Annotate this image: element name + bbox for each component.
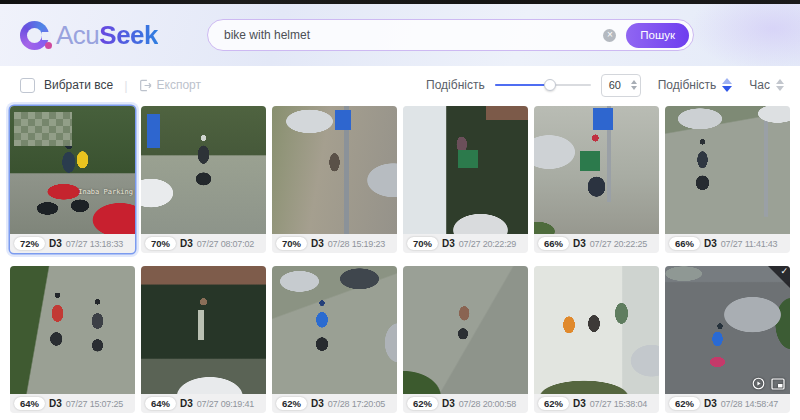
timestamp: 07/27 20:22:25 <box>590 239 647 249</box>
camera-badge: D3 <box>442 398 455 409</box>
result-card[interactable]: ✓ 70% D3 07/27 08:07:02 <box>141 106 266 253</box>
result-card[interactable]: ✓ 64% D3 07/27 09:19:41 <box>141 266 266 413</box>
toolbar-left-group: Вибрати все | Експорт <box>20 78 201 93</box>
timestamp: 07/27 20:22:29 <box>459 239 516 249</box>
similarity-value: 60 <box>609 79 631 91</box>
result-thumbnail[interactable]: ✓ <box>141 266 266 394</box>
result-card[interactable]: ✓ 62% D3 07/28 14:58:47 <box>665 266 790 413</box>
sort-similarity-button[interactable]: Подібність <box>658 78 733 92</box>
similarity-score-badge: 66% <box>669 237 700 250</box>
result-thumbnail[interactable]: ✓ <box>403 266 528 394</box>
similarity-score-badge: 62% <box>538 397 569 410</box>
similarity-value-input[interactable]: 60 <box>601 74 641 97</box>
similarity-score-badge: 66% <box>538 237 569 250</box>
app-window: AcuSeek × Пошук Вибрати все | Експорт <box>0 0 800 420</box>
app-header: AcuSeek × Пошук <box>0 4 800 66</box>
camera-badge: D3 <box>311 398 324 409</box>
camera-badge: D3 <box>704 238 717 249</box>
result-card[interactable]: ✓ 70% D3 07/27 20:22:29 <box>403 106 528 253</box>
result-card[interactable]: ✓ 64% D3 07/27 15:07:25 <box>10 266 135 413</box>
result-card[interactable]: ✓ 62% D3 07/28 20:00:58 <box>403 266 528 413</box>
timestamp: 07/28 20:00:58 <box>459 399 516 409</box>
export-icon <box>139 79 152 92</box>
camera-badge: D3 <box>49 398 62 409</box>
result-thumbnail[interactable]: ✓ <box>141 106 266 234</box>
play-icon[interactable] <box>752 377 765 390</box>
result-card[interactable]: ✓ 62% D3 07/27 15:38:04 <box>534 266 659 413</box>
result-thumbnail[interactable]: ✓ <box>534 106 659 234</box>
app-title: AcuSeek <box>56 20 158 51</box>
camera-badge: D3 <box>180 238 193 249</box>
result-meta: 62% D3 07/28 20:00:58 <box>403 394 528 413</box>
camera-badge: D3 <box>180 398 193 409</box>
sort-time-button[interactable]: Час <box>749 78 784 92</box>
similarity-score-badge: 62% <box>669 397 700 410</box>
camera-badge: D3 <box>704 398 717 409</box>
result-thumbnail[interactable]: ✓ <box>272 266 397 394</box>
result-meta: 62% D3 07/28 17:20:05 <box>272 394 397 413</box>
select-all-checkbox[interactable] <box>20 78 35 93</box>
result-card[interactable]: ✓ 66% D3 07/27 20:22:25 <box>534 106 659 253</box>
similarity-score-badge: 70% <box>276 237 307 250</box>
similarity-score-badge: 72% <box>14 237 45 250</box>
select-all-label: Вибрати все <box>44 78 113 92</box>
export-button[interactable]: Експорт <box>139 78 201 92</box>
result-card[interactable]: Inaba Parking ✓ 72% D3 07/27 13:18:33 <box>10 106 135 253</box>
result-meta: 70% D3 07/27 08:07:02 <box>141 234 266 253</box>
logo-dot <box>45 42 52 49</box>
acuseek-logo-icon <box>20 21 49 50</box>
result-thumbnail[interactable]: ✓ <box>534 266 659 394</box>
camera-badge: D3 <box>311 238 324 249</box>
slider-fill <box>495 84 551 86</box>
similarity-score-badge: 70% <box>145 237 176 250</box>
similarity-score-badge: 64% <box>145 397 176 410</box>
sort-time-label: Час <box>749 78 770 92</box>
similarity-slider[interactable] <box>495 79 591 91</box>
sort-time-asc-icon <box>776 79 784 84</box>
thumbnail-actions <box>752 377 785 390</box>
search-button[interactable]: Пошук <box>626 23 689 48</box>
similarity-score-badge: 62% <box>407 397 438 410</box>
result-meta: 70% D3 07/27 20:22:29 <box>403 234 528 253</box>
thumbnail-watermark: Inaba Parking <box>78 188 133 196</box>
sort-time-desc-icon <box>776 86 784 91</box>
preview-icon[interactable] <box>771 378 785 390</box>
result-thumbnail[interactable]: ✓ <box>272 106 397 234</box>
sort-similarity-label: Подібність <box>658 78 717 92</box>
result-thumbnail[interactable]: ✓ <box>10 266 135 394</box>
results-grid: Inaba Parking ✓ 72% D3 07/27 13:18:33 <box>0 104 800 413</box>
pixelation-overlay <box>14 112 72 146</box>
result-meta: 62% D3 07/27 15:38:04 <box>534 394 659 413</box>
sort-desc-icon <box>722 86 732 92</box>
similarity-filter-label: Подібність <box>426 78 485 92</box>
app-logo[interactable]: AcuSeek <box>20 20 158 51</box>
result-thumbnail[interactable]: ✓ <box>665 266 790 394</box>
search-bar: × Пошук <box>207 19 694 51</box>
spinner-down-icon[interactable] <box>631 86 637 90</box>
result-card[interactable]: ✓ 70% D3 07/28 15:19:23 <box>272 106 397 253</box>
timestamp: 07/27 15:38:04 <box>590 399 647 409</box>
result-card[interactable]: ✓ 62% D3 07/28 17:20:05 <box>272 266 397 413</box>
timestamp: 07/27 11:41:43 <box>721 239 778 249</box>
toolbar-divider: | <box>124 78 127 93</box>
similarity-score-badge: 70% <box>407 237 438 250</box>
clear-search-icon[interactable]: × <box>603 29 616 42</box>
similarity-score-badge: 64% <box>14 397 45 410</box>
app-title-acu: Acu <box>56 20 99 50</box>
result-card[interactable]: ✓ 66% D3 07/27 11:41:43 <box>665 106 790 253</box>
toolbar-right-group: Подібність 60 Подібність <box>426 74 784 97</box>
result-meta: 72% D3 07/27 13:18:33 <box>10 234 135 253</box>
result-thumbnail[interactable]: Inaba Parking ✓ <box>10 106 135 234</box>
timestamp: 07/27 08:07:02 <box>197 239 254 249</box>
result-meta: 66% D3 07/27 11:41:43 <box>665 234 790 253</box>
search-input[interactable] <box>224 28 603 42</box>
timestamp: 07/27 09:19:41 <box>197 399 254 409</box>
result-thumbnail[interactable]: ✓ <box>665 106 790 234</box>
timestamp: 07/27 15:07:25 <box>66 399 123 409</box>
camera-badge: D3 <box>573 238 586 249</box>
sort-similarity-carets <box>722 78 732 92</box>
result-thumbnail[interactable]: ✓ <box>403 106 528 234</box>
spinner-up-icon[interactable] <box>631 80 637 84</box>
slider-handle[interactable] <box>544 79 556 91</box>
camera-badge: D3 <box>442 238 455 249</box>
